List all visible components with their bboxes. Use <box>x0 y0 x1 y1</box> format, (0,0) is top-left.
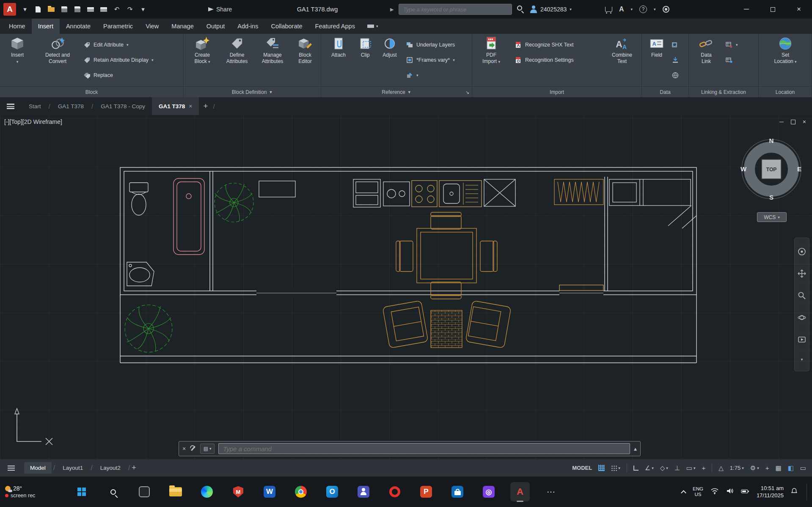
chrome-icon[interactable] <box>291 482 311 502</box>
panel-label-linking[interactable]: Linking & Extraction <box>689 86 758 97</box>
user-account[interactable]: 24025283 ▾ <box>530 5 572 13</box>
hyperlink-globe-button[interactable] <box>672 69 679 81</box>
retain-attribute-display-button[interactable]: Retain Attribute Display ▾ <box>83 54 153 66</box>
annotation-scale-dropdown[interactable]: 1:75▾ <box>730 465 744 471</box>
panel-label-block[interactable]: Block <box>0 86 183 97</box>
workspace-switching-icon[interactable]: ⚙▾ <box>750 464 759 472</box>
new-file-icon[interactable] <box>33 5 43 14</box>
bathtub[interactable] <box>173 178 204 255</box>
command-history-icon[interactable]: ▴ <box>634 445 637 452</box>
wardrobe[interactable] <box>554 179 603 205</box>
edge-browser-icon[interactable] <box>197 482 217 502</box>
notification-bell-icon[interactable] <box>791 488 798 496</box>
manage-attributes-button[interactable]: ManageAttributes <box>256 36 289 64</box>
new-tab-button[interactable]: + <box>203 101 208 111</box>
zoom-icon[interactable] <box>798 291 806 300</box>
annotation-visibility-icon[interactable]: △ <box>718 464 724 472</box>
stove[interactable] <box>412 181 437 207</box>
volume-icon[interactable] <box>726 488 734 496</box>
data-link-button[interactable]: DataLink <box>694 36 718 64</box>
isodraft-toggle[interactable]: ◇▾ <box>660 464 668 472</box>
hidden-icons-chevron[interactable] <box>681 490 686 496</box>
download-from-source-button[interactable] <box>672 54 679 66</box>
reference-dialog-launcher-icon[interactable]: ↘ <box>465 90 469 95</box>
edit-attribute-button[interactable]: Edit Attribute ▾ <box>83 39 128 51</box>
plot-icon[interactable] <box>86 5 95 14</box>
ribbon-display-options-button[interactable]: ▾ <box>367 19 378 34</box>
help-search-input[interactable] <box>403 6 507 13</box>
file-tabs-menu-icon[interactable] <box>7 104 14 109</box>
wifi-icon[interactable] <box>710 488 719 496</box>
object-snap-tracking-toggle[interactable]: ⊥ <box>674 464 680 472</box>
floor-plan-drawing[interactable] <box>0 115 812 459</box>
opera-icon[interactable] <box>385 482 405 502</box>
tab-parametric[interactable]: Parametric <box>97 19 139 34</box>
file-explorer-icon[interactable] <box>166 482 185 502</box>
powerpoint-icon[interactable]: P <box>416 482 436 502</box>
layout-menu-icon[interactable] <box>8 466 15 471</box>
pan-icon[interactable] <box>798 269 806 278</box>
coffee-table[interactable] <box>431 310 462 348</box>
command-line-bar[interactable]: × ▤▾ ▴ <box>179 441 641 456</box>
showmotion-icon[interactable] <box>798 335 806 344</box>
viewcube[interactable]: TOP N W E S <box>738 135 805 203</box>
health-status-icon[interactable] <box>663 6 669 13</box>
open-file-icon[interactable] <box>47 5 56 14</box>
taskbar-overflow-button[interactable]: ⋯ <box>542 482 561 502</box>
panel-label-block-definition[interactable]: Block Definition▼ <box>184 86 321 97</box>
walls[interactable] <box>120 167 696 363</box>
pdf-import-button[interactable]: PDFImport ▾ <box>478 36 504 65</box>
share-button[interactable]: Share <box>208 6 232 13</box>
save-as-icon[interactable] <box>73 5 82 14</box>
polar-tracking-toggle[interactable]: ∠▾ <box>645 464 654 472</box>
isolate-objects-icon[interactable]: ◧ <box>788 464 794 472</box>
drawing-canvas[interactable]: [-][Top][2D Wireframe] ─ × <box>0 115 812 459</box>
toilet[interactable] <box>129 183 148 215</box>
clock[interactable]: 10:51 am 17/11/2025 <box>757 485 784 499</box>
define-attributes-button[interactable]: DefineAttributes <box>221 36 253 64</box>
sofa-right[interactable] <box>465 301 511 348</box>
tab-view[interactable]: View <box>139 19 165 34</box>
title-arrow-icon[interactable]: ▶ <box>390 7 394 12</box>
file-tab-start[interactable]: Start <box>22 97 48 115</box>
weather-widget[interactable]: 28° screen rec <box>5 485 60 499</box>
tab-featured-apps[interactable]: Featured Apps <box>309 19 361 34</box>
tab-annotate[interactable]: Annotate <box>60 19 97 34</box>
autocad-logo[interactable]: A <box>3 3 16 16</box>
plant-bathroom[interactable] <box>215 183 253 222</box>
block-editor-button[interactable]: BlockEditor <box>292 36 318 64</box>
command-input[interactable] <box>223 445 625 452</box>
dynamic-input-toggle[interactable]: + <box>702 464 706 471</box>
app-store-cart-icon[interactable] <box>605 7 612 12</box>
replace-block-button[interactable]: Replace <box>83 69 113 81</box>
plant-patio[interactable] <box>125 305 172 352</box>
command-input-field[interactable] <box>218 443 630 454</box>
kitchen-sink[interactable] <box>439 181 482 207</box>
new-layout-button[interactable]: + <box>132 463 136 472</box>
maximize-button[interactable] <box>760 0 786 19</box>
word-icon[interactable]: W <box>260 482 279 502</box>
close-button[interactable]: × <box>786 0 812 19</box>
tab-home[interactable]: Home <box>3 19 32 34</box>
snap-to-underlay-dropdown[interactable]: ▾ <box>406 69 418 81</box>
redo-icon[interactable]: ↷ <box>125 5 135 14</box>
search-icon[interactable] <box>517 5 522 11</box>
bed[interactable] <box>609 179 696 228</box>
adjust-button[interactable]: Adjust <box>378 36 402 58</box>
show-desktop-button[interactable] <box>806 483 808 500</box>
help-search-box[interactable] <box>399 4 512 15</box>
update-fields-button[interactable] <box>672 39 679 51</box>
dining-table[interactable] <box>396 212 497 299</box>
full-navigation-wheel-icon[interactable] <box>798 247 806 256</box>
close-tab-icon[interactable]: × <box>189 103 192 110</box>
command-close-icon[interactable]: × <box>182 445 186 452</box>
publish-icon[interactable] <box>99 5 108 14</box>
autodesk-icon[interactable]: A <box>619 5 624 13</box>
quick-properties-icon[interactable]: ▦ <box>775 464 781 472</box>
extract-data-button[interactable]: ▾ <box>725 39 738 51</box>
corner-unit[interactable] <box>484 179 515 206</box>
frames-dropdown[interactable]: *Frames vary* ▾ <box>406 54 455 66</box>
recognition-settings-button[interactable]: Recognition Settings <box>515 54 574 66</box>
model-space-tab[interactable]: Model <box>24 462 52 474</box>
autodesk-chevron-icon[interactable]: ▾ <box>631 7 633 11</box>
